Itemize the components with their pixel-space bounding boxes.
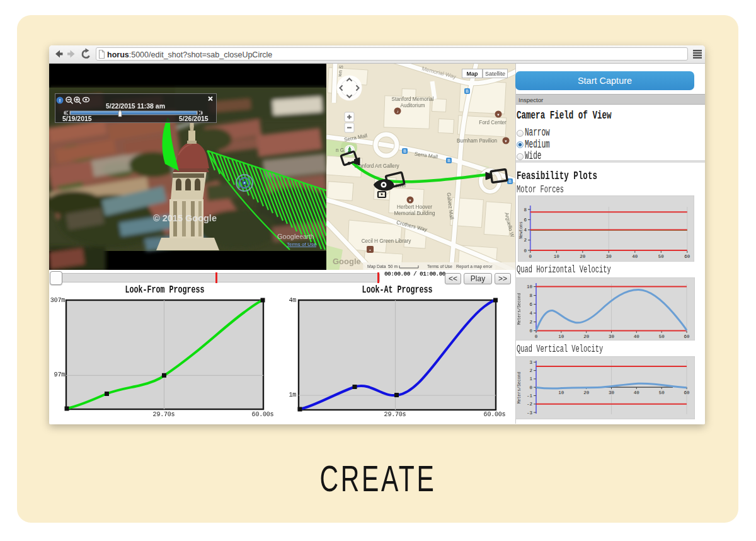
svg-text:3: 3 (529, 360, 532, 365)
svg-text:50: 50 (659, 334, 665, 339)
svg-text:50: 50 (658, 254, 665, 259)
svg-text:Googleearth: Googleearth (277, 233, 314, 240)
svg-text:5/19/2015: 5/19/2015 (62, 115, 92, 122)
svg-text:2: 2 (524, 238, 527, 243)
svg-text:-2: -2 (527, 402, 532, 407)
svg-text:2: 2 (529, 320, 532, 325)
svg-text:0: 0 (529, 254, 532, 259)
svg-text:30: 30 (609, 390, 615, 395)
svg-text:Map: Map (467, 71, 479, 77)
svg-text:Auditorium: Auditorium (400, 103, 425, 108)
svg-text:Meters/Second: Meters/Second (517, 372, 522, 404)
svg-text:Meters/Second: Meters/Second (517, 293, 522, 325)
svg-text:0: 0 (535, 334, 538, 339)
svg-text:40: 40 (634, 334, 640, 339)
svg-text:Terms of Use: Terms of Use (287, 241, 317, 247)
svg-text:© 2015 Google: © 2015 Google (153, 213, 217, 223)
svg-text:20: 20 (580, 254, 586, 259)
svg-text:B: B (508, 179, 512, 183)
svg-text:-3: -3 (527, 410, 533, 416)
svg-text:1: 1 (529, 376, 532, 381)
svg-text:Newtons: Newtons (519, 221, 524, 238)
svg-text:▪: ▪ (369, 248, 370, 252)
svg-text:Burnham Pavilion: Burnham Pavilion (457, 138, 498, 144)
svg-text:Report a map error: Report a map error (456, 264, 493, 269)
svg-text:30: 30 (609, 334, 615, 339)
svg-text:40: 40 (634, 390, 640, 395)
svg-text:20: 20 (583, 390, 590, 395)
svg-text:20: 20 (583, 334, 590, 339)
svg-text:40: 40 (632, 254, 638, 259)
svg-text:Stanford Memorial: Stanford Memorial (392, 96, 434, 102)
svg-text:Herbert Hoover: Herbert Hoover (397, 204, 432, 210)
svg-text:60: 60 (684, 390, 690, 395)
svg-text:0: 0 (524, 248, 527, 253)
svg-text:5/22/2015 11:38 am: 5/22/2015 11:38 am (106, 102, 165, 110)
svg-text:6: 6 (524, 218, 527, 223)
svg-text:10: 10 (554, 254, 560, 259)
svg-text:5/26/2015: 5/26/2015 (179, 115, 209, 122)
svg-text:50 m: 50 m (388, 264, 398, 269)
svg-text:30: 30 (606, 254, 612, 259)
svg-text:Cecil H Green Library: Cecil H Green Library (362, 238, 412, 244)
svg-text:B: B (466, 89, 469, 93)
svg-text:4: 4 (524, 228, 527, 233)
svg-text:-1: -1 (527, 393, 533, 398)
svg-text:8: 8 (524, 207, 527, 212)
svg-text:Satellite: Satellite (485, 71, 505, 77)
svg-text:0: 0 (529, 385, 532, 390)
svg-text:10: 10 (558, 390, 564, 395)
svg-text:!: ! (59, 98, 61, 103)
svg-text:8: 8 (529, 293, 532, 298)
svg-text:B: B (403, 149, 406, 153)
svg-text:Ford Center: Ford Center (479, 120, 507, 125)
svg-text:10: 10 (558, 334, 564, 339)
svg-text:4: 4 (529, 311, 532, 316)
svg-text:Google: Google (333, 257, 361, 266)
svg-text:Map Data: Map Data (367, 264, 386, 269)
svg-text:Memorial Building: Memorial Building (394, 211, 435, 216)
svg-text:6: 6 (529, 302, 532, 307)
svg-text:60: 60 (684, 254, 690, 259)
svg-text:10: 10 (527, 284, 533, 289)
svg-text:0: 0 (529, 329, 532, 334)
svg-text:Terms of Use: Terms of Use (427, 264, 452, 269)
svg-text:B: B (447, 158, 450, 163)
svg-text:50: 50 (659, 390, 665, 395)
svg-text:♪: ♪ (396, 109, 398, 113)
svg-text:60: 60 (684, 334, 690, 339)
svg-text:2: 2 (529, 368, 532, 373)
